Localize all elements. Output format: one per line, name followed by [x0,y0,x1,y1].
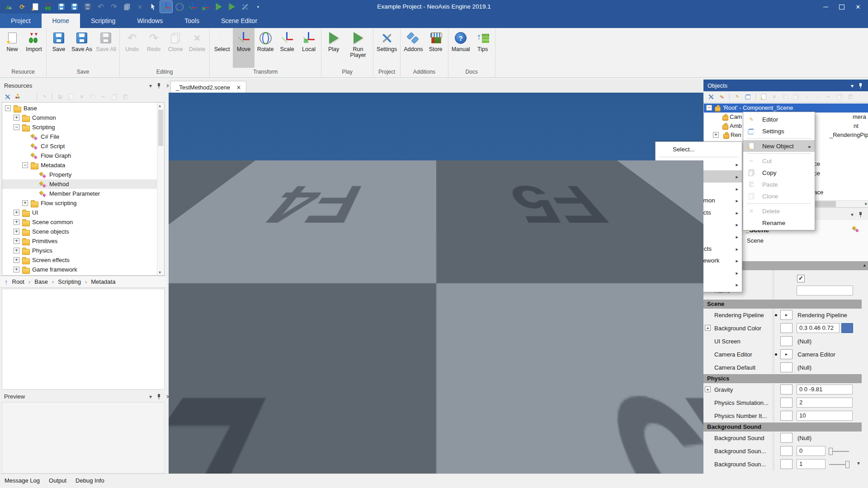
rotate-button[interactable] [173,1,185,13]
resources-item-ui[interactable]: UI [2,208,164,217]
menu-item-game-framework[interactable]: Game framework [656,254,742,267]
app-logo-button[interactable] [3,1,15,13]
settings-window-button[interactable] [744,93,752,101]
menu-item-physics[interactable]: Physics [656,230,742,243]
menu-item-scene-objects[interactable]: Scene objects [656,206,742,219]
resources-item-common[interactable]: Common [2,113,164,122]
value-button[interactable] [780,446,793,456]
redo-button[interactable] [108,1,120,13]
expand-icon[interactable] [14,115,19,121]
refresh-button[interactable] [16,1,28,13]
expand-icon[interactable] [22,200,28,206]
tab-scripting[interactable]: Scripting [80,14,126,28]
save-as-button[interactable] [68,1,80,13]
enabled-checkbox[interactable] [797,275,805,282]
expand-icon[interactable] [705,325,711,331]
menu-item-select[interactable]: Select... [656,143,742,155]
types-button[interactable] [717,93,726,101]
vertical-scrollbar[interactable] [157,103,164,275]
value-button[interactable] [780,459,793,469]
import-button[interactable] [42,1,54,13]
collapse-icon[interactable] [22,162,28,168]
menu-item-property[interactable]: Property [486,193,577,205]
collapse-icon[interactable] [14,124,19,130]
tab-project[interactable]: Project [0,14,42,28]
run-player-button[interactable] [226,1,238,13]
new-object-button[interactable] [759,93,768,101]
menu-item-scene-common[interactable]: Scene common [656,194,742,206]
menu-item-rename[interactable]: Rename [743,217,815,229]
scale-button[interactable] [186,1,198,13]
menu-item-method[interactable]: Method [486,205,577,217]
pin-icon[interactable] [157,83,161,89]
objects-root-row[interactable]: 'Root' - Component_Scene [704,103,868,113]
value-field[interactable]: 1 [797,459,826,469]
value-button[interactable] [780,385,793,394]
pin-icon[interactable] [859,211,863,217]
name-field[interactable] [797,286,853,296]
value-field[interactable]: 0.3 0.46 0.72 [797,323,840,333]
scroll-thumb[interactable] [158,110,163,146]
resources-item-property[interactable]: Property [2,170,164,179]
slider-thumb[interactable] [845,461,849,468]
pin-icon[interactable] [859,83,863,89]
resources-item-screen-effects[interactable]: Screen effects [2,255,164,265]
menu-item-screen-effects[interactable]: Screen effects [656,243,742,255]
resources-item-scene-common[interactable]: Scene common [2,217,164,227]
select-button[interactable] [147,1,159,13]
minimize-button[interactable] [817,0,834,14]
value-field[interactable]: 10 [797,411,853,421]
resources-item-flow-scripting[interactable]: Flow scripting [2,198,164,208]
reference-button[interactable] [780,310,793,320]
menu-item-flow-graph[interactable]: Flow Graph [578,180,654,192]
breadcrumb-scripting[interactable]: Scripting [58,278,81,285]
menu-item-editor[interactable]: Editor [743,113,815,125]
volume-slider[interactable] [829,451,849,452]
undo-button[interactable] [94,1,107,13]
menu-item-metadata[interactable]: Metadata [578,192,654,203]
resources-item-primitives[interactable]: Primitives [2,236,164,246]
tips-button[interactable]: Tips [472,28,494,68]
menu-item-ui[interactable]: UI [656,183,742,195]
tab-message-log[interactable]: Message Log [0,474,44,488]
menu-item-favorites[interactable]: Favorites [656,279,742,291]
resources-item-c#-file[interactable]: C# File [2,132,164,141]
expand-icon[interactable] [705,386,711,392]
settings-button[interactable] [239,1,251,13]
breadcrumb-base[interactable]: Base [34,278,48,285]
local-button[interactable]: Local [298,28,320,68]
run-player-button[interactable]: Run Player [344,28,372,68]
resources-item-physics[interactable]: Physics [2,246,164,255]
tab-windows[interactable]: Windows [126,14,174,28]
panel-menu-icon[interactable] [851,82,854,89]
resources-item-member-parameter[interactable]: Member Parameter [2,189,164,198]
filter-dropdown-button[interactable] [25,93,33,101]
tab-tools[interactable]: Tools [174,14,210,28]
value-button[interactable] [780,433,793,443]
filter-button[interactable] [14,93,23,101]
editor-button[interactable] [733,93,741,101]
addons-button[interactable]: Addons [402,28,425,68]
local-button[interactable] [199,1,212,13]
maximize-button[interactable] [834,0,850,14]
value-button[interactable] [780,411,793,421]
manual-button[interactable]: Manual [450,28,472,68]
value-button[interactable] [780,362,793,372]
tab-home[interactable]: Home [42,14,80,28]
value-field[interactable]: 0 0 -9.81 [797,385,853,394]
expand-icon[interactable] [14,210,19,216]
tab-output[interactable]: Output [44,474,71,488]
delete-button[interactable] [134,1,146,13]
clone-button[interactable] [121,1,133,13]
play-button[interactable]: Play [323,28,344,68]
settings-button[interactable] [3,93,12,101]
save-button[interactable] [55,1,67,13]
store-button[interactable]: Store [425,28,447,68]
tab-scene-editor[interactable]: Scene Editor [210,14,268,28]
menu-item-new-object[interactable]: New Object [743,140,815,152]
save-all-button[interactable] [81,1,94,13]
menu-item-settings[interactable]: Settings [743,125,815,137]
move-button[interactable] [160,1,172,13]
menu-item-scripting[interactable]: Scripting [656,170,742,183]
scale-button[interactable]: Scale [276,28,298,68]
